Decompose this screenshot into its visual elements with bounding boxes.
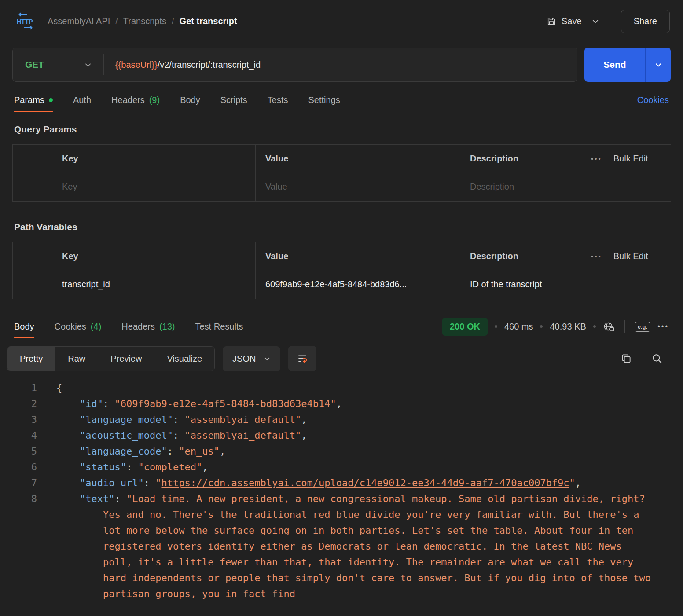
tab-tests-label: Tests (268, 95, 288, 105)
chevron-down-icon (84, 61, 92, 69)
code-line: 1{ (0, 380, 683, 396)
tab-headers[interactable]: Headers (9) (111, 82, 160, 118)
path-value-input[interactable]: 609f9ab9-e12e-4af5-8484-bd83d6... (256, 270, 460, 299)
response-tabs: Body Cookies (4) Headers (13) Test Resul… (0, 309, 683, 344)
response-tab-body-label: Body (14, 322, 34, 332)
code-line: 3 "language_model": "assemblyai_default"… (0, 412, 683, 428)
bulk-edit-button[interactable]: Bulk Edit (613, 251, 648, 261)
code-token: : (126, 462, 138, 473)
response-headers-count: (13) (159, 322, 175, 332)
row-handle-header (13, 242, 52, 270)
path-description-input[interactable]: ID of the transcript (460, 270, 581, 299)
response-toolbar: Pretty Raw Preview Visualize JSON (7, 346, 676, 371)
wrap-lines-button[interactable] (288, 346, 316, 371)
view-preview-button[interactable]: Preview (98, 347, 154, 371)
request-bar: GET {{baseUrl}}/v2/transcript/:transcrip… (12, 48, 671, 82)
code-line-content: "language_code": "en_us", (37, 444, 683, 459)
code-token (56, 477, 80, 488)
code-token: "assemblyai_default" (184, 414, 301, 425)
query-params-title: Query Params (14, 124, 669, 135)
cookies-link[interactable]: Cookies (637, 95, 669, 105)
code-token: "completed" (138, 462, 202, 473)
response-tab-cookies-label: Cookies (55, 322, 86, 332)
share-button[interactable]: Share (621, 10, 670, 33)
response-tab-body[interactable]: Body (14, 309, 34, 344)
response-tab-headers[interactable]: Headers (13) (121, 309, 175, 344)
view-mode-switch: Pretty Raw Preview Visualize (7, 346, 215, 371)
view-visualize-button[interactable]: Visualize (154, 347, 214, 371)
view-raw-button[interactable]: Raw (55, 347, 98, 371)
more-options-icon[interactable]: ••• (591, 253, 602, 260)
code-token: "acoustic_model" (80, 430, 173, 441)
code-token: "assemblyai_default" (184, 430, 301, 441)
tab-auth[interactable]: Auth (73, 82, 91, 118)
response-size: 40.93 KB (550, 322, 586, 332)
response-tools-right (621, 353, 676, 364)
line-number: 3 (0, 412, 37, 428)
row-handle-cell (13, 270, 52, 299)
response-tab-test-results[interactable]: Test Results (195, 309, 243, 344)
topbar-actions: Save Share (547, 10, 670, 33)
code-token: : (103, 398, 115, 409)
tab-tests[interactable]: Tests (268, 82, 288, 118)
path-table-actions: ••• Bulk Edit (581, 242, 671, 270)
code-lines: 1{2 "id": "609f9ab9-e12e-4af5-8484-bd83d… (0, 380, 683, 602)
query-value-input[interactable]: Value (256, 172, 460, 202)
tab-auth-label: Auth (73, 95, 91, 105)
code-token: "Load time. A new president, a new congr… (103, 493, 657, 599)
code-token: : (173, 414, 185, 425)
response-tab-cookies[interactable]: Cookies (4) (55, 309, 102, 344)
copy-icon (621, 353, 632, 364)
format-dropdown[interactable]: JSON (223, 346, 280, 371)
tab-settings[interactable]: Settings (308, 82, 340, 118)
code-line: 5 "language_code": "en_us", (0, 444, 683, 459)
breadcrumb-request-title: Get transcript (180, 16, 237, 26)
breadcrumb: AssemblyAI API / Transcripts / Get trans… (48, 16, 237, 26)
format-label: JSON (232, 354, 256, 364)
bulk-edit-button[interactable]: Bulk Edit (613, 154, 648, 164)
query-description-input[interactable]: Description (460, 172, 581, 202)
network-ssl-icon[interactable] (603, 321, 615, 333)
method-selector[interactable]: GET (13, 48, 103, 81)
tab-headers-label: Headers (111, 95, 145, 105)
send-options-button[interactable] (645, 48, 671, 82)
svg-text:HTTP: HTTP (17, 18, 33, 25)
tab-body[interactable]: Body (180, 82, 200, 118)
response-more-options-icon[interactable]: ••• (657, 323, 669, 330)
url-input[interactable]: {{baseUrl}}/v2/transcript/:transcript_id (104, 60, 577, 70)
row-handle-header (13, 145, 52, 172)
query-key-input[interactable]: Key (52, 172, 256, 202)
code-link[interactable]: https://cdn.assemblyai.com/upload/c14e90… (161, 477, 569, 488)
code-token (56, 430, 80, 441)
send-button-group: Send (584, 48, 671, 82)
code-line: 2 "id": "609f9ab9-e12e-4af5-8484-bd83d63… (0, 396, 683, 412)
indent-guide (59, 397, 59, 603)
tab-params[interactable]: Params (14, 82, 53, 118)
code-token: "en_us" (179, 446, 220, 457)
breadcrumb-folder[interactable]: Transcripts (123, 16, 166, 26)
search-icon (651, 353, 663, 364)
save-button[interactable]: Save (547, 16, 582, 26)
query-params-header-row: Key Value Description ••• Bulk Edit (13, 145, 671, 172)
copy-response-button[interactable] (621, 353, 632, 364)
example-badge[interactable]: e.g. (635, 322, 650, 332)
code-line-content: { (37, 380, 683, 396)
save-options-button[interactable] (591, 17, 599, 25)
code-token: "text" (80, 493, 114, 504)
code-token: : (114, 493, 126, 504)
code-token: "id" (80, 398, 103, 409)
path-key-input[interactable]: transcript_id (52, 270, 256, 299)
send-button[interactable]: Send (584, 48, 645, 82)
view-pretty-button[interactable]: Pretty (7, 347, 55, 371)
topbar: HTTP AssemblyAI API / Transcripts / Get … (0, 0, 683, 42)
breadcrumb-collection[interactable]: AssemblyAI API (48, 16, 110, 26)
tab-scripts[interactable]: Scripts (220, 82, 247, 118)
more-options-icon[interactable]: ••• (591, 155, 602, 162)
wrap-text-icon (297, 353, 308, 364)
code-line: 4 "acoustic_model": "assemblyai_default"… (0, 428, 683, 444)
path-col-description: Description (460, 242, 581, 270)
search-response-button[interactable] (651, 353, 663, 364)
response-body-editor[interactable]: 1{2 "id": "609f9ab9-e12e-4af5-8484-bd83d… (0, 378, 683, 603)
code-line-content: "text": "Load time. A new president, a n… (37, 491, 683, 602)
line-number: 8 (0, 491, 37, 602)
